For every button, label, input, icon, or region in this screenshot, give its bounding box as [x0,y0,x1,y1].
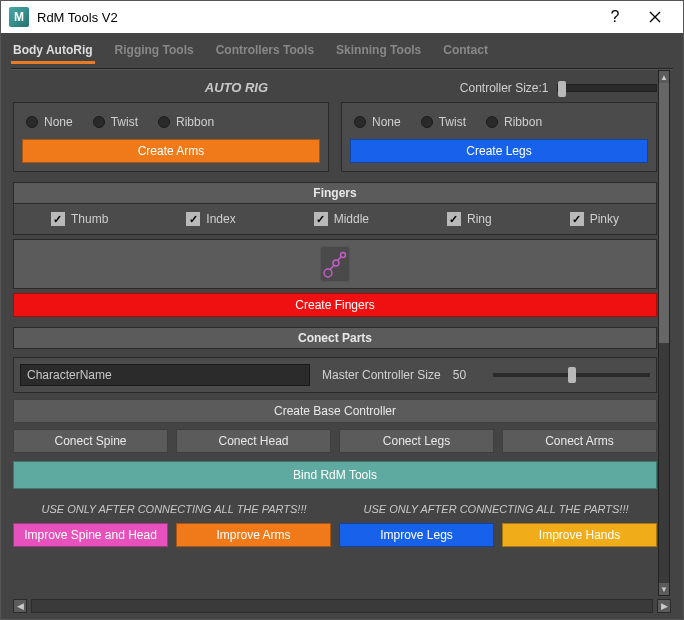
create-base-controller-button[interactable]: Create Base Controller [13,399,657,423]
master-size-slider[interactable] [493,373,650,377]
radio-icon [354,116,366,128]
fingers-checks: ✓Thumb ✓Index ✓Middle ✓Ring ✓Pinky [13,204,657,235]
radio-icon [158,116,170,128]
svg-line-3 [330,265,334,270]
character-input-row: Master Controller Size 50 [13,357,657,393]
radio-icon [421,116,433,128]
tab-bar: Body AutoRig Rigging Tools Controllers T… [1,33,683,64]
tab-skinning-tools[interactable]: Skinning Tools [334,39,423,64]
warning-left: USE ONLY AFTER CONNECTING ALL THE PARTS!… [13,503,335,515]
close-button[interactable] [635,3,675,31]
check-middle[interactable]: ✓Middle [314,212,369,226]
section-heading: AUTO RIG [13,80,460,95]
master-size-label: Master Controller Size [322,368,441,382]
app-window: M RdM Tools V2 ? Body AutoRig Rigging To… [0,0,684,620]
fingers-header: Fingers [13,182,657,204]
connect-head-button[interactable]: Conect Head [176,429,331,453]
tab-controllers-tools[interactable]: Controllers Tools [214,39,316,64]
warning-row: USE ONLY AFTER CONNECTING ALL THE PARTS!… [13,503,657,515]
arms-radio-twist[interactable]: Twist [93,115,138,129]
connect-spine-button[interactable]: Conect Spine [13,429,168,453]
character-name-input[interactable] [20,364,310,386]
legs-radio-ribbon[interactable]: Ribbon [486,115,542,129]
master-size-value: 50 [453,368,481,382]
checkbox-icon: ✓ [314,212,328,226]
radio-icon [26,116,38,128]
arms-panel: None Twist Ribbon Create Arms [13,102,329,172]
svg-point-0 [324,269,332,277]
legs-panel: None Twist Ribbon Create Legs [341,102,657,172]
improve-arms-button[interactable]: Improve Arms [176,523,331,547]
finger-joint-button[interactable] [13,239,657,289]
checkbox-icon: ✓ [186,212,200,226]
workspace: Body AutoRig Rigging Tools Controllers T… [1,33,683,619]
check-ring[interactable]: ✓Ring [447,212,492,226]
improve-hands-button[interactable]: Improve Hands [502,523,657,547]
legs-radio-row: None Twist Ribbon [350,111,648,139]
improve-legs-button[interactable]: Improve Legs [339,523,494,547]
arms-legs-row: None Twist Ribbon Create Arms None Twist… [13,102,657,172]
slider-thumb[interactable] [558,81,566,97]
horizontal-scrollbar[interactable]: ◀ ▶ [13,599,671,613]
scroll-left-arrow-icon[interactable]: ◀ [13,599,27,613]
arms-radio-none[interactable]: None [26,115,73,129]
window-title: RdM Tools V2 [37,10,595,25]
scrollbar-thumb[interactable] [659,83,669,343]
improve-buttons-row: Improve Spine and Head Improve Arms Impr… [13,523,657,547]
arms-radio-row: None Twist Ribbon [22,111,320,139]
check-index[interactable]: ✓Index [186,212,235,226]
connect-arms-button[interactable]: Conect Arms [502,429,657,453]
scroll-right-arrow-icon[interactable]: ▶ [657,599,671,613]
controller-size-value: 1 [542,81,549,95]
check-thumb[interactable]: ✓Thumb [51,212,108,226]
close-icon [649,11,661,23]
checkbox-icon: ✓ [447,212,461,226]
controller-size-slider[interactable] [557,84,657,92]
connect-parts-header: Conect Parts [13,327,657,349]
checkbox-icon: ✓ [570,212,584,226]
create-legs-button[interactable]: Create Legs [350,139,648,163]
maya-logo-icon: M [9,7,29,27]
controller-size-label: Controller Size: [460,81,542,95]
connect-buttons-row: Conect Spine Conect Head Conect Legs Con… [13,429,657,453]
create-fingers-button[interactable]: Create Fingers [13,293,657,317]
tab-rigging-tools[interactable]: Rigging Tools [113,39,196,64]
connect-legs-button[interactable]: Conect Legs [339,429,494,453]
bind-button[interactable]: Bind RdM Tools [13,461,657,489]
radio-icon [93,116,105,128]
radio-icon [486,116,498,128]
check-pinky[interactable]: ✓Pinky [570,212,619,226]
tab-body-autorig[interactable]: Body AutoRig [11,39,95,64]
header-row: AUTO RIG Controller Size:1 [13,78,657,96]
improve-spine-head-button[interactable]: Improve Spine and Head [13,523,168,547]
scroll-up-arrow-icon[interactable]: ▲ [659,71,669,83]
scrollbar-track[interactable] [31,599,653,613]
legs-radio-none[interactable]: None [354,115,401,129]
title-bar: M RdM Tools V2 ? [1,1,683,33]
warning-right: USE ONLY AFTER CONNECTING ALL THE PARTS!… [335,503,657,515]
joint-chain-icon [320,246,350,282]
vertical-scrollbar[interactable]: ▲ ▼ [658,70,670,596]
legs-radio-twist[interactable]: Twist [421,115,466,129]
svg-point-2 [341,253,346,258]
content-scroll: AUTO RIG Controller Size:1 None Twist Ri… [1,70,683,595]
checkbox-icon: ✓ [51,212,65,226]
help-button[interactable]: ? [595,3,635,31]
scroll-down-arrow-icon[interactable]: ▼ [659,583,669,595]
tab-contact[interactable]: Contact [441,39,490,64]
arms-radio-ribbon[interactable]: Ribbon [158,115,214,129]
slider-thumb[interactable] [568,367,576,383]
svg-line-4 [338,257,341,260]
create-arms-button[interactable]: Create Arms [22,139,320,163]
